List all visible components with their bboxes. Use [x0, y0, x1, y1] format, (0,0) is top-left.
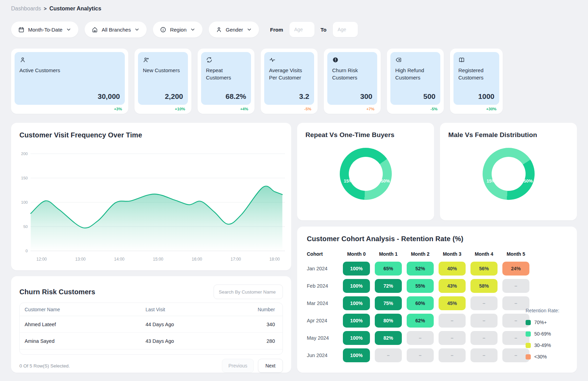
breadcrumb-dashboards-link[interactable]: Dashboards — [11, 6, 41, 12]
breadcrumb-separator: > — [44, 6, 46, 11]
repeat-vs-onetime-card: Repeat Vs One-Time Buyers 15% 50% — [297, 123, 434, 220]
region-filter[interactable]: Region — [153, 22, 202, 37]
kpi-delta: +10% — [138, 105, 188, 112]
repeat-icon — [206, 58, 213, 64]
svg-text:15:00: 15:00 — [153, 257, 163, 262]
age-to-input[interactable] — [333, 22, 358, 37]
next-page-button[interactable]: Next — [258, 359, 283, 373]
cohort-cell: – — [407, 348, 434, 362]
kpi-delta: +3% — [15, 105, 125, 112]
legend-swatch — [526, 331, 531, 337]
churn-table-body: Ahmed Lateef44 Days Ago340Amina Sayed43 … — [20, 316, 283, 355]
kpi-value: 500 — [423, 92, 435, 101]
cohort-cell: 100% — [343, 262, 370, 276]
cohort-row-label: Apr 2024 — [307, 318, 338, 323]
kpi-value: 300 — [360, 92, 372, 101]
kpi-label: Registered Customers — [458, 67, 494, 81]
table-row[interactable]: Farhan Hassan42 Days Ago310 — [20, 349, 283, 355]
cohort-cell: 65% — [375, 262, 402, 276]
kpi-card-churn-risk-customers: Churn Risk Customers300+7% — [324, 49, 381, 114]
kpi-value: 68.2% — [225, 92, 246, 101]
column-header-customer-name: Customer Name — [20, 307, 141, 312]
cohort-cell: 52% — [407, 262, 434, 276]
cohort-row-label: May 2024 — [307, 335, 338, 341]
table-row[interactable]: Amina Sayed43 Days Ago280 — [20, 333, 283, 349]
cohort-cell: 100% — [343, 279, 370, 293]
kpi-delta: -5% — [264, 105, 314, 112]
chevron-down-icon — [247, 27, 252, 32]
legend-title: Retention Rate: — [526, 308, 569, 313]
date-range-filter[interactable]: Month-To-Date — [11, 22, 78, 37]
book-open-icon — [458, 58, 465, 64]
kpi-delta: -5% — [390, 105, 440, 112]
cohort-title: Customer Cohort Analysis - Retention Rat… — [307, 235, 567, 243]
cohort-cell: 100% — [343, 296, 370, 310]
donut-segment-label: 50% — [524, 178, 533, 183]
user-icon — [19, 58, 26, 64]
kpi-delta: +7% — [327, 105, 377, 112]
svg-text:200: 200 — [21, 152, 28, 156]
cohort-cell: 60% — [407, 296, 434, 310]
repeat-vs-onetime-donut: 15% 50% — [340, 148, 392, 200]
table-cell: Ahmed Lateef — [20, 322, 141, 327]
legend-swatch — [526, 320, 531, 325]
cohort-row-label: Feb 2024 — [307, 283, 338, 289]
legend-items: 70%+50-69%30-49%<30% — [526, 320, 569, 359]
legend-item: 70%+ — [526, 320, 569, 325]
breadcrumb: Dashboards > Customer Analytics — [11, 6, 577, 12]
svg-text:18:00: 18:00 — [269, 257, 280, 262]
alert-circle-icon — [332, 58, 339, 64]
cohort-cell: – — [470, 331, 498, 345]
table-cell: 340 — [230, 322, 283, 327]
chevron-down-icon — [66, 27, 71, 32]
cohort-cell: – — [470, 314, 498, 328]
cohort-cell: 45% — [439, 296, 466, 310]
calendar-icon — [18, 26, 25, 33]
previous-page-button[interactable]: Previous — [222, 359, 254, 373]
cohort-column-header: Month 4 — [470, 251, 498, 258]
kpi-label: Repeat Customers — [206, 67, 246, 81]
table-row[interactable]: Ahmed Lateef44 Days Ago340 — [20, 316, 283, 333]
cohort-cell: 40% — [439, 262, 466, 276]
svg-text:100: 100 — [21, 200, 28, 204]
donut-row: Repeat Vs One-Time Buyers 15% 50% Male V… — [297, 123, 577, 220]
visit-frequency-chart: 05010015020012:0013:0014:0015:0016:0017:… — [19, 143, 286, 264]
svg-text:14:00: 14:00 — [114, 257, 124, 262]
cohort-cell: – — [375, 348, 402, 362]
cohort-cell: 100% — [343, 314, 370, 328]
svg-text:13:00: 13:00 — [75, 257, 86, 262]
age-from-input[interactable] — [289, 22, 314, 37]
svg-text:12:00: 12:00 — [36, 257, 47, 262]
cohort-cell: – — [470, 296, 498, 310]
kpi-label: Churn Risk Customers — [332, 67, 372, 81]
cohort-cell: – — [439, 331, 466, 345]
cohort-column-header: Month 2 — [407, 251, 434, 258]
svg-text:16:00: 16:00 — [192, 257, 202, 262]
svg-text:150: 150 — [21, 176, 28, 180]
chevron-down-icon — [190, 27, 196, 32]
gender-filter[interactable]: Gender — [209, 22, 259, 37]
churn-table-footer: 0 Of 5 Row(S) Selected. Previous Next — [19, 359, 283, 373]
customer-analytics-dashboard: Dashboards > Customer Analytics Month-To… — [0, 0, 588, 381]
kpi-panel: Registered Customers1000 — [453, 52, 499, 105]
churn-card-header: Churn Risk Customers — [19, 285, 283, 299]
cohort-cell: 43% — [439, 279, 466, 293]
table-cell: 44 Days Ago — [141, 322, 230, 327]
svg-text:17:00: 17:00 — [231, 257, 241, 262]
cohort-cell: – — [470, 348, 498, 362]
kpi-card-registered-customers: Registered Customers1000+30% — [450, 49, 503, 114]
cohort-row-label: Mar 2024 — [307, 300, 338, 306]
kpi-card-high-refund-customers: High Refund Customers500-5% — [387, 49, 444, 114]
visit-frequency-card: Customer Visit Frequency Over Time 05010… — [11, 123, 291, 270]
branches-filter[interactable]: All Branches — [85, 22, 147, 37]
rows-selected-text: 0 Of 5 Row(S) Selected. — [19, 363, 70, 369]
legend-label: 50-69% — [534, 331, 551, 337]
table-cell: Amina Sayed — [20, 338, 141, 344]
kpi-value: 2,200 — [165, 92, 183, 101]
kpi-card-new-customers: New Customers2,200+10% — [135, 49, 191, 114]
table-cell: 280 — [230, 338, 283, 344]
churn-risk-customers-card: Churn Risk Customers Customer Name Last … — [11, 276, 291, 373]
male-vs-female-card: Male Vs Female Distribution 15% 50% — [440, 123, 577, 220]
customer-search-input[interactable] — [214, 285, 283, 299]
cohort-cell: – — [439, 314, 466, 328]
